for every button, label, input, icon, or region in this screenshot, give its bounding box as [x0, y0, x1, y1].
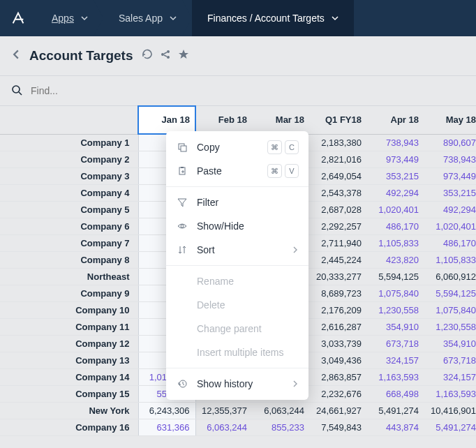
cell[interactable]: 973,449 [424, 167, 476, 184]
cell[interactable]: 6,063,244 [195, 419, 253, 435]
cell[interactable]: 324,157 [367, 352, 424, 368]
cell[interactable]: 7,549,843 [310, 419, 367, 435]
cell[interactable]: 10,416,901 [424, 402, 476, 419]
row-name[interactable]: Company 10 [0, 301, 138, 318]
cell[interactable]: 1,105,833 [367, 234, 424, 251]
menu-paste[interactable]: Paste ⌘V [166, 159, 308, 183]
cell[interactable]: 354,910 [367, 318, 424, 335]
cell[interactable]: 855,233 [253, 419, 310, 435]
row-name[interactable]: Company 8 [0, 251, 138, 268]
find-input[interactable] [31, 85, 170, 96]
menu-filter[interactable]: Filter [166, 191, 308, 214]
row-name[interactable]: Company 3 [0, 167, 138, 184]
svg-rect-5 [181, 146, 186, 151]
cell[interactable]: 2,232,676 [310, 385, 367, 402]
cell[interactable]: 1,020,401 [424, 218, 476, 234]
cell[interactable]: 324,157 [424, 368, 476, 385]
finances-tab[interactable]: Finances / Account Targets [192, 0, 354, 36]
cell[interactable]: 2,649,054 [310, 167, 367, 184]
cell[interactable]: 890,607 [424, 134, 476, 151]
menu-insert-multiple: Insert multiple items [166, 341, 308, 364]
row-name[interactable]: Company 7 [0, 234, 138, 251]
cell[interactable]: 486,170 [367, 218, 424, 234]
cell[interactable]: 354,910 [424, 335, 476, 352]
column-header[interactable]: Jan 18 [138, 106, 195, 134]
sales-app-tab[interactable]: Sales App [103, 0, 192, 36]
row-name[interactable]: Company 14 [0, 368, 138, 385]
app-logo[interactable] [0, 0, 36, 36]
back-icon[interactable] [11, 50, 21, 62]
cell[interactable]: 2,821,016 [310, 151, 367, 167]
cell[interactable]: 12,355,377 [195, 402, 253, 419]
cell[interactable]: 8,689,723 [310, 285, 367, 301]
cell[interactable]: 24,661,927 [310, 402, 367, 419]
column-header[interactable]: Apr 18 [367, 106, 424, 134]
row-name[interactable]: Company 16 [0, 419, 138, 435]
cell[interactable]: 2,687,028 [310, 201, 367, 218]
cell[interactable]: 2,616,287 [310, 318, 367, 335]
row-name[interactable]: Company 11 [0, 318, 138, 335]
cell[interactable]: 353,215 [424, 184, 476, 201]
row-name[interactable]: Company 12 [0, 335, 138, 352]
row-name[interactable]: Company 13 [0, 352, 138, 368]
cell[interactable]: 486,170 [424, 234, 476, 251]
menu-showhide[interactable]: Show/Hide [166, 214, 308, 238]
row-name[interactable]: New York [0, 402, 138, 419]
cell[interactable]: 1,230,558 [424, 318, 476, 335]
cell[interactable]: 443,874 [367, 419, 424, 435]
menu-history[interactable]: Show history [166, 372, 308, 396]
refresh-icon[interactable] [142, 49, 153, 63]
cell[interactable]: 423,820 [367, 251, 424, 268]
cell[interactable]: 492,294 [367, 184, 424, 201]
cell[interactable]: 631,366 [138, 419, 195, 435]
cell[interactable]: 20,333,277 [310, 268, 367, 285]
cell[interactable]: 3,049,436 [310, 352, 367, 368]
cell[interactable]: 2,183,380 [310, 134, 367, 151]
cell[interactable]: 5,491,274 [424, 419, 476, 435]
cell[interactable]: 2,445,224 [310, 251, 367, 268]
cell[interactable]: 738,943 [367, 134, 424, 151]
row-name[interactable]: Northeast [0, 268, 138, 285]
cell[interactable]: 5,594,125 [367, 268, 424, 285]
menu-copy[interactable]: Copy ⌘C [166, 135, 308, 159]
row-name[interactable]: Company 15 [0, 385, 138, 402]
menu-sort[interactable]: Sort [166, 238, 308, 262]
cell[interactable]: 492,294 [424, 201, 476, 218]
cell[interactable]: 1,163,593 [424, 385, 476, 402]
cell[interactable]: 2,292,257 [310, 218, 367, 234]
row-name[interactable]: Company 5 [0, 201, 138, 218]
cell[interactable]: 6,063,244 [253, 402, 310, 419]
cell[interactable]: 2,176,209 [310, 301, 367, 318]
cell[interactable]: 3,033,739 [310, 335, 367, 352]
cell[interactable]: 1,230,558 [367, 301, 424, 318]
cell[interactable]: 6,060,912 [424, 268, 476, 285]
share-icon[interactable] [160, 49, 171, 63]
column-header[interactable]: Mar 18 [253, 106, 310, 134]
cell[interactable]: 1,020,401 [367, 201, 424, 218]
cell[interactable]: 1,075,840 [367, 285, 424, 301]
cell[interactable]: 1,075,840 [424, 301, 476, 318]
cell[interactable]: 673,718 [367, 335, 424, 352]
row-name[interactable]: Company 2 [0, 151, 138, 167]
cell[interactable]: 5,491,274 [367, 402, 424, 419]
cell[interactable]: 6,243,306 [138, 402, 195, 419]
row-name[interactable]: Company 6 [0, 218, 138, 234]
cell[interactable]: 1,105,833 [424, 251, 476, 268]
star-icon[interactable] [178, 49, 189, 63]
column-header[interactable]: Feb 18 [195, 106, 253, 134]
column-header[interactable]: May 18 [424, 106, 476, 134]
cell[interactable]: 673,718 [424, 352, 476, 368]
cell[interactable]: 2,711,940 [310, 234, 367, 251]
row-name[interactable]: Company 1 [0, 134, 138, 151]
cell[interactable]: 2,863,857 [310, 368, 367, 385]
cell[interactable]: 738,943 [424, 151, 476, 167]
cell[interactable]: 668,498 [367, 385, 424, 402]
column-header[interactable]: Q1 FY18 [310, 106, 367, 134]
cell[interactable]: 973,449 [367, 151, 424, 167]
row-name[interactable]: Company 4 [0, 184, 138, 201]
cell[interactable]: 1,163,593 [367, 368, 424, 385]
cell[interactable]: 2,543,378 [310, 184, 367, 201]
cell[interactable]: 353,215 [367, 167, 424, 184]
cell[interactable]: 5,594,125 [424, 285, 476, 301]
row-name[interactable]: Company 9 [0, 285, 138, 301]
